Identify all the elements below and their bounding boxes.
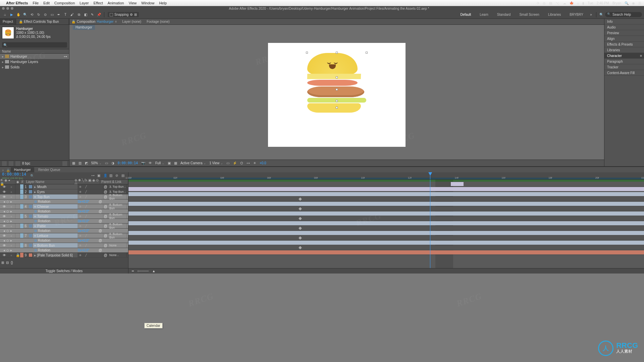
- pickwhip-icon[interactable]: @: [104, 234, 107, 238]
- prev-key-icon[interactable]: ◂: [3, 200, 5, 203]
- pickwhip-icon[interactable]: @: [104, 185, 107, 189]
- traffic-zoom-icon[interactable]: [11, 7, 13, 10]
- layer-bar[interactable]: [128, 241, 644, 245]
- property-track[interactable]: [128, 236, 644, 240]
- cc-icon[interactable]: ☁: [563, 1, 566, 5]
- home-button[interactable]: ⌂: [2, 12, 8, 18]
- anchor-tool-button[interactable]: ⊙: [42, 12, 48, 18]
- parent-menu[interactable]: 8. Bottom Bun: [108, 204, 127, 209]
- layer-name-cell[interactable]: ▸Eyes: [33, 189, 78, 194]
- roi-icon[interactable]: ▣: [168, 161, 171, 165]
- track-row[interactable]: [128, 211, 644, 216]
- layer-bar[interactable]: [128, 202, 644, 206]
- track-row[interactable]: [128, 201, 644, 206]
- next-key-icon[interactable]: ▸: [10, 219, 12, 223]
- track-row[interactable]: [128, 182, 644, 187]
- snap-opts-icon[interactable]: ⊞: [134, 13, 137, 16]
- solo-toggle[interactable]: ●: [10, 244, 12, 247]
- parent-menu[interactable]: 8. Bottom Bun: [108, 194, 127, 199]
- keyframe[interactable]: [299, 246, 302, 249]
- property-track[interactable]: [128, 216, 644, 221]
- search-icon[interactable]: 🔍: [598, 12, 604, 18]
- layer-switches[interactable]: ⊛ ╱: [78, 204, 103, 209]
- views-menu[interactable]: 1 View: [209, 161, 223, 165]
- layer-row[interactable]: 👁● 7 ▾Lettuce ⊛ ╱ @ 8. Bottom Bun: [0, 233, 128, 238]
- mask-icon[interactable]: ◩: [85, 161, 88, 165]
- twirl-icon[interactable]: ▸: [34, 253, 36, 257]
- channel-icon[interactable]: ◑: [111, 161, 114, 165]
- property-value[interactable]: 0x+0.0°: [78, 229, 98, 233]
- layer-name-cell[interactable]: ▸[Pale Turquoise Solid 6]: [33, 253, 78, 257]
- layer-eye[interactable]: [327, 62, 331, 64]
- snapping-toggle[interactable]: Snapping ⚙ ⊞: [108, 12, 139, 17]
- twirl-icon[interactable]: ▾: [34, 244, 36, 247]
- visibility-toggle[interactable]: 👁: [3, 190, 6, 194]
- zoom-slider[interactable]: ○────: [137, 269, 149, 273]
- layer-top-bun[interactable]: [307, 53, 358, 74]
- selection-handle[interactable]: [336, 52, 338, 54]
- selection-handle[interactable]: [336, 76, 338, 78]
- menu-file[interactable]: File: [33, 1, 39, 5]
- draft3d-icon[interactable]: ▣: [97, 174, 102, 178]
- expand-props-button[interactable]: {}: [11, 261, 13, 264]
- layer-mouth[interactable]: [329, 64, 336, 69]
- status-icon[interactable]: ▤: [549, 1, 552, 5]
- layer-row[interactable]: 👁● 4 ▾Cheese ⊛ ╱ @ 8. Bottom Bun: [0, 204, 128, 209]
- next-key-icon[interactable]: ▸: [10, 200, 12, 203]
- workspace-libraries[interactable]: Libraries: [544, 12, 565, 17]
- delete-button[interactable]: [62, 161, 67, 166]
- solo-toggle[interactable]: ●: [10, 190, 12, 194]
- solo-toggle[interactable]: ●: [10, 195, 12, 199]
- property-value[interactable]: 0x+0.0°: [78, 239, 98, 242]
- project-search-input[interactable]: 🔍: [2, 42, 67, 48]
- stopwatch-icon[interactable]: ⊙: [34, 200, 37, 203]
- label-color[interactable]: [20, 243, 23, 248]
- visibility-toggle[interactable]: 👁: [3, 185, 6, 189]
- pickwhip-icon[interactable]: @: [104, 253, 107, 257]
- property-value[interactable]: 0x+0.0°: [78, 209, 98, 213]
- property-row[interactable]: ◂◇▸ ⊙ Rotation 0x+0.0° @: [0, 229, 128, 233]
- label-color[interactable]: [20, 204, 23, 209]
- comp-flow-icon[interactable]: ⊶: [64, 55, 67, 58]
- layer-name-cell[interactable]: ▾Top Bun: [33, 194, 78, 199]
- stopwatch-icon[interactable]: ⊙: [34, 239, 37, 242]
- stopwatch-icon[interactable]: ⊙: [34, 209, 37, 213]
- reset-exposure-icon[interactable]: ☀: [253, 161, 256, 165]
- panel-preview[interactable]: Preview: [604, 30, 644, 36]
- tab-composition[interactable]: 🔒 Composition Hamburger ≡: [71, 20, 117, 23]
- stopwatch-icon[interactable]: ⊙: [34, 219, 37, 223]
- workspace-learn[interactable]: Learn: [476, 12, 492, 17]
- toggle-pane-button[interactable]: ⊞: [1, 261, 4, 264]
- project-column-name[interactable]: Name: [0, 49, 69, 54]
- layer-switches[interactable]: ⊛ ╱: [78, 214, 103, 219]
- layer-name-cell[interactable]: ▾Bottom Bun: [33, 243, 78, 248]
- visibility-toggle[interactable]: 👁: [3, 215, 6, 218]
- twirl-icon[interactable]: ▾: [34, 195, 36, 199]
- stopwatch-icon[interactable]: ⊙: [34, 229, 37, 233]
- shape-tool-button[interactable]: ▭: [49, 12, 55, 18]
- time-ruler[interactable]: 1:00f02f04f06f08f10f12f14f16f18f20f01:0: [128, 172, 644, 180]
- current-time-indicator[interactable]: [430, 180, 430, 268]
- panel-content-aware-fill[interactable]: Content-Aware Fill: [604, 70, 644, 76]
- pickwhip-icon[interactable]: @: [99, 200, 102, 203]
- property-row[interactable]: ◂◇▸ ⊙ Rotation 0x+0.0° @: [0, 209, 128, 214]
- track-row[interactable]: [128, 231, 644, 236]
- menu-anim[interactable]: Animation: [108, 1, 124, 5]
- parent-menu[interactable]: 8. Bottom Bun: [108, 224, 127, 228]
- label-color[interactable]: [20, 184, 23, 189]
- flag-icon[interactable]: 🍁: [570, 1, 574, 5]
- flowchart-comp[interactable]: Hamburger: [73, 25, 95, 30]
- comp-mini-flow-icon[interactable]: ⊶: [91, 174, 96, 178]
- add-key-icon[interactable]: ◇: [6, 200, 9, 203]
- layer-name-cell[interactable]: ▾Lettuce: [33, 233, 78, 238]
- track-row[interactable]: [128, 192, 644, 197]
- property-row[interactable]: ◂◇▸ ⊙ Rotation 0x+0.0° @: [0, 248, 128, 253]
- orbit-tool-button[interactable]: ⟲: [29, 12, 35, 18]
- roto-tool-button[interactable]: ✎: [89, 12, 95, 18]
- add-key-icon[interactable]: ◇: [6, 219, 9, 223]
- moblur-icon[interactable]: ⊘: [115, 174, 120, 178]
- property-track[interactable]: [128, 245, 644, 250]
- property-value[interactable]: 0x+0.0°: [78, 219, 98, 223]
- layer-name-cell[interactable]: ▾Pattie: [33, 224, 78, 228]
- fast-preview-icon[interactable]: ⚡: [233, 161, 237, 165]
